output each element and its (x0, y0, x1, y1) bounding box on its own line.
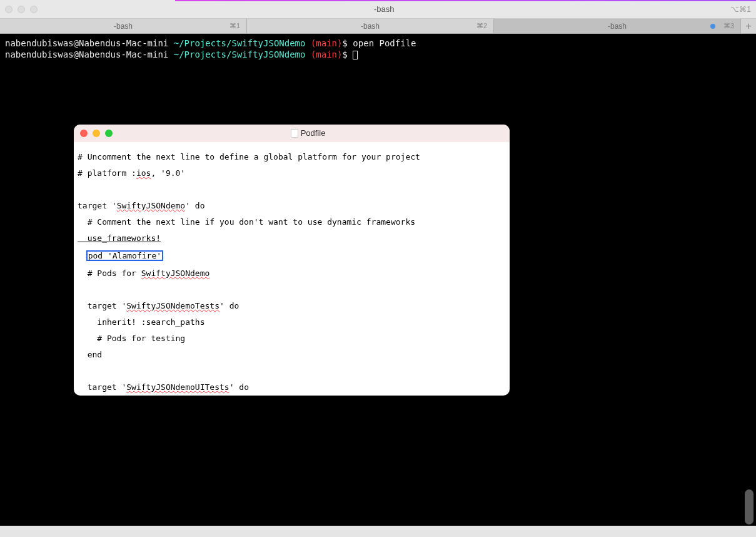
code-line (78, 285, 506, 294)
code-line: # Uncomment the next line to define a gl… (78, 153, 506, 161)
code-line: # Comment the next line if you don't wan… (78, 218, 506, 226)
prompt-branch: main (316, 38, 337, 48)
code-line: # Pods for SwiftyJSONdemo (78, 269, 506, 277)
tab-shortcut: ⌘3 (723, 22, 734, 30)
tab-label: -bash (247, 22, 493, 31)
terminal-pane[interactable]: nabendubiswas@Nabendus-Mac-mini ~/Projec… (0, 34, 756, 526)
tab-shortcut: ⌘1 (229, 22, 240, 30)
terminal-command: open Podfile (353, 38, 416, 48)
prompt-dollar: $ (342, 49, 347, 59)
editor-zoom-button[interactable] (105, 130, 113, 137)
window-shortcut: ⌥⌘1 (730, 5, 751, 14)
editor-filename: Podfile (301, 128, 326, 139)
editor-window: Podfile # Uncomment the next line to def… (74, 125, 510, 396)
prompt-path: ~/Projects/SwiftyJSONdemo (174, 38, 306, 48)
tab-bar: -bash ⌘1 -bash ⌘2 -bash ⌘3 + (0, 19, 756, 34)
add-tab-button[interactable]: + (741, 19, 756, 33)
prompt-branch: main (316, 49, 337, 59)
prompt-user: nabendubiswas@Nabendus-Mac-mini (5, 49, 168, 59)
cursor (353, 51, 358, 59)
tab-label: -bash (494, 22, 740, 31)
prompt-user: nabendubiswas@Nabendus-Mac-mini (5, 38, 168, 48)
editor-title: Podfile (113, 128, 503, 139)
editor-titlebar[interactable]: Podfile (74, 125, 510, 142)
prompt-path: ~/Projects/SwiftyJSONdemo (174, 49, 306, 59)
scrollbar-thumb[interactable] (745, 489, 753, 524)
decoration-stripe (175, 0, 756, 1)
window-titlebar: -bash ⌥⌘1 (0, 0, 756, 19)
dirty-indicator-icon (710, 24, 715, 29)
traffic-lights (5, 6, 38, 13)
prompt-dollar: $ (342, 38, 347, 48)
code-line: # Pods for testing (78, 334, 506, 342)
code-line (78, 367, 506, 375)
scrollbar-track[interactable] (745, 38, 753, 524)
code-line: target 'SwiftyJSONdemoUITests' do (78, 383, 506, 391)
highlighted-pod: pod 'Alamofire' (86, 250, 163, 261)
tab-shortcut: ⌘2 (476, 22, 487, 30)
code-line: use_frameworks! (78, 234, 506, 242)
terminal-line: nabendubiswas@Nabendus-Mac-mini ~/Projec… (5, 49, 751, 60)
code-line: end (78, 350, 506, 359)
window-title: -bash (38, 4, 730, 14)
code-line (78, 185, 506, 193)
editor-content[interactable]: # Uncomment the next line to define a gl… (74, 142, 510, 396)
minimize-button[interactable] (18, 6, 25, 13)
terminal-line: nabendubiswas@Nabendus-Mac-mini ~/Projec… (5, 38, 751, 49)
tab-label: -bash (0, 22, 246, 31)
tab-3[interactable]: -bash ⌘3 (494, 19, 741, 33)
editor-minimize-button[interactable] (93, 130, 100, 137)
file-icon (291, 129, 298, 138)
tab-2[interactable]: -bash ⌘2 (247, 19, 494, 33)
zoom-button[interactable] (30, 6, 38, 13)
code-line: inherit! :search_paths (78, 318, 506, 326)
editor-traffic-lights (80, 130, 113, 137)
close-button[interactable] (5, 6, 13, 13)
code-line: # platform :ios, '9.0' (78, 169, 506, 177)
code-line: target 'SwiftyJSONdemoTests' do (78, 302, 506, 310)
code-line: pod 'Alamofire' (78, 250, 506, 261)
tab-1[interactable]: -bash ⌘1 (0, 19, 247, 33)
editor-close-button[interactable] (80, 130, 88, 137)
code-line: target 'SwiftyJSONdemo' do (78, 202, 506, 210)
